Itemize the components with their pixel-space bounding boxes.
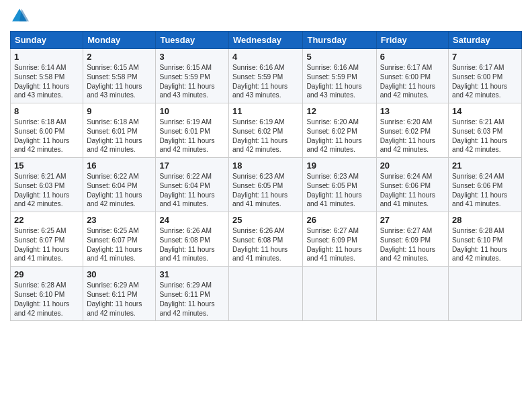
day-number: 6 xyxy=(380,52,445,62)
weekday-wednesday: Wednesday xyxy=(229,32,303,49)
day-info: Sunrise: 6:26 AM Sunset: 6:08 PM Dayligh… xyxy=(159,226,225,263)
weekday-thursday: Thursday xyxy=(303,32,376,49)
calendar-cell: 23Sunrise: 6:25 AM Sunset: 6:07 PM Dayli… xyxy=(83,212,156,267)
day-number: 10 xyxy=(159,106,225,116)
weekday-friday: Friday xyxy=(376,32,448,49)
calendar-cell: 21Sunrise: 6:24 AM Sunset: 6:06 PM Dayli… xyxy=(449,158,522,212)
day-info: Sunrise: 6:24 AM Sunset: 6:06 PM Dayligh… xyxy=(452,172,518,209)
day-info: Sunrise: 6:21 AM Sunset: 6:03 PM Dayligh… xyxy=(14,172,79,209)
day-number: 28 xyxy=(452,215,518,225)
day-number: 21 xyxy=(452,161,518,171)
weekday-monday: Monday xyxy=(83,32,156,49)
day-number: 2 xyxy=(87,52,152,62)
day-number: 1 xyxy=(14,52,79,62)
day-number: 7 xyxy=(452,52,518,62)
day-number: 5 xyxy=(306,52,372,62)
day-info: Sunrise: 6:29 AM Sunset: 6:11 PM Dayligh… xyxy=(87,281,152,318)
calendar-cell: 12Sunrise: 6:20 AM Sunset: 6:02 PM Dayli… xyxy=(303,103,376,158)
day-number: 15 xyxy=(14,161,79,171)
calendar-cell xyxy=(376,267,448,321)
weekday-saturday: Saturday xyxy=(449,32,522,49)
calendar-cell: 15Sunrise: 6:21 AM Sunset: 6:03 PM Dayli… xyxy=(11,158,83,212)
logo-icon xyxy=(10,7,29,26)
calendar-cell: 8Sunrise: 6:18 AM Sunset: 6:00 PM Daylig… xyxy=(11,103,83,158)
day-number: 13 xyxy=(380,106,445,116)
calendar-body: 1Sunrise: 6:14 AM Sunset: 5:58 PM Daylig… xyxy=(11,49,522,321)
calendar-cell xyxy=(303,267,376,321)
day-number: 27 xyxy=(380,215,445,225)
calendar-cell: 26Sunrise: 6:27 AM Sunset: 6:09 PM Dayli… xyxy=(303,212,376,267)
calendar-cell: 22Sunrise: 6:25 AM Sunset: 6:07 PM Dayli… xyxy=(11,212,83,267)
day-info: Sunrise: 6:23 AM Sunset: 6:05 PM Dayligh… xyxy=(232,172,299,209)
calendar-cell: 5Sunrise: 6:16 AM Sunset: 5:59 PM Daylig… xyxy=(303,49,376,103)
calendar-cell: 27Sunrise: 6:27 AM Sunset: 6:09 PM Dayli… xyxy=(376,212,448,267)
calendar-cell: 24Sunrise: 6:26 AM Sunset: 6:08 PM Dayli… xyxy=(156,212,229,267)
calendar-cell: 14Sunrise: 6:21 AM Sunset: 6:03 PM Dayli… xyxy=(449,103,522,158)
weekday-tuesday: Tuesday xyxy=(156,32,229,49)
day-number: 4 xyxy=(232,52,299,62)
calendar-cell: 2Sunrise: 6:15 AM Sunset: 5:58 PM Daylig… xyxy=(83,49,156,103)
calendar-cell: 3Sunrise: 6:15 AM Sunset: 5:59 PM Daylig… xyxy=(156,49,229,103)
header xyxy=(10,7,522,26)
calendar-cell: 29Sunrise: 6:28 AM Sunset: 6:10 PM Dayli… xyxy=(11,267,83,321)
day-number: 17 xyxy=(159,161,225,171)
weekday-row: SundayMondayTuesdayWednesdayThursdayFrid… xyxy=(11,32,522,49)
page: SundayMondayTuesdayWednesdayThursdayFrid… xyxy=(0,0,532,411)
day-info: Sunrise: 6:22 AM Sunset: 6:04 PM Dayligh… xyxy=(87,172,152,209)
calendar-cell: 30Sunrise: 6:29 AM Sunset: 6:11 PM Dayli… xyxy=(83,267,156,321)
day-number: 30 xyxy=(87,269,152,279)
day-info: Sunrise: 6:26 AM Sunset: 6:08 PM Dayligh… xyxy=(232,226,299,263)
calendar-cell: 11Sunrise: 6:19 AM Sunset: 6:02 PM Dayli… xyxy=(229,103,303,158)
day-number: 23 xyxy=(87,215,152,225)
day-number: 20 xyxy=(380,161,445,171)
calendar-cell: 18Sunrise: 6:23 AM Sunset: 6:05 PM Dayli… xyxy=(229,158,303,212)
day-info: Sunrise: 6:16 AM Sunset: 5:59 PM Dayligh… xyxy=(306,63,372,100)
day-info: Sunrise: 6:19 AM Sunset: 6:01 PM Dayligh… xyxy=(159,118,225,154)
calendar-cell: 1Sunrise: 6:14 AM Sunset: 5:58 PM Daylig… xyxy=(11,49,83,103)
day-number: 9 xyxy=(87,106,152,116)
day-info: Sunrise: 6:28 AM Sunset: 6:10 PM Dayligh… xyxy=(14,281,79,318)
day-info: Sunrise: 6:20 AM Sunset: 6:02 PM Dayligh… xyxy=(306,118,372,154)
calendar-cell: 9Sunrise: 6:18 AM Sunset: 6:01 PM Daylig… xyxy=(83,103,156,158)
day-info: Sunrise: 6:17 AM Sunset: 6:00 PM Dayligh… xyxy=(452,63,518,100)
calendar-cell: 10Sunrise: 6:19 AM Sunset: 6:01 PM Dayli… xyxy=(156,103,229,158)
day-info: Sunrise: 6:24 AM Sunset: 6:06 PM Dayligh… xyxy=(380,172,445,209)
day-info: Sunrise: 6:25 AM Sunset: 6:07 PM Dayligh… xyxy=(87,226,152,263)
day-number: 11 xyxy=(232,106,299,116)
calendar-cell: 19Sunrise: 6:23 AM Sunset: 6:05 PM Dayli… xyxy=(303,158,376,212)
day-info: Sunrise: 6:28 AM Sunset: 6:10 PM Dayligh… xyxy=(452,226,518,263)
logo xyxy=(10,7,30,26)
calendar-cell: 6Sunrise: 6:17 AM Sunset: 6:00 PM Daylig… xyxy=(376,49,448,103)
day-number: 29 xyxy=(14,269,79,279)
day-info: Sunrise: 6:17 AM Sunset: 6:00 PM Dayligh… xyxy=(380,63,445,100)
calendar-cell: 28Sunrise: 6:28 AM Sunset: 6:10 PM Dayli… xyxy=(449,212,522,267)
svg-marker-1 xyxy=(19,9,29,21)
day-info: Sunrise: 6:21 AM Sunset: 6:03 PM Dayligh… xyxy=(452,118,518,154)
day-number: 19 xyxy=(306,161,372,171)
day-info: Sunrise: 6:23 AM Sunset: 6:05 PM Dayligh… xyxy=(306,172,372,209)
day-info: Sunrise: 6:27 AM Sunset: 6:09 PM Dayligh… xyxy=(306,226,372,263)
calendar-cell: 4Sunrise: 6:16 AM Sunset: 5:59 PM Daylig… xyxy=(229,49,303,103)
calendar-week-1: 1Sunrise: 6:14 AM Sunset: 5:58 PM Daylig… xyxy=(11,49,522,103)
calendar-header: SundayMondayTuesdayWednesdayThursdayFrid… xyxy=(11,32,522,49)
day-number: 25 xyxy=(232,215,299,225)
calendar-week-2: 8Sunrise: 6:18 AM Sunset: 6:00 PM Daylig… xyxy=(11,103,522,158)
calendar-cell xyxy=(449,267,522,321)
day-info: Sunrise: 6:22 AM Sunset: 6:04 PM Dayligh… xyxy=(159,172,225,209)
calendar-cell: 7Sunrise: 6:17 AM Sunset: 6:00 PM Daylig… xyxy=(449,49,522,103)
day-number: 14 xyxy=(452,106,518,116)
day-info: Sunrise: 6:18 AM Sunset: 6:01 PM Dayligh… xyxy=(87,118,152,154)
day-info: Sunrise: 6:18 AM Sunset: 6:00 PM Dayligh… xyxy=(14,118,79,154)
calendar-cell: 16Sunrise: 6:22 AM Sunset: 6:04 PM Dayli… xyxy=(83,158,156,212)
day-info: Sunrise: 6:15 AM Sunset: 5:59 PM Dayligh… xyxy=(159,63,225,100)
day-info: Sunrise: 6:25 AM Sunset: 6:07 PM Dayligh… xyxy=(14,226,79,263)
day-info: Sunrise: 6:29 AM Sunset: 6:11 PM Dayligh… xyxy=(159,281,225,318)
day-number: 16 xyxy=(87,161,152,171)
calendar-cell: 20Sunrise: 6:24 AM Sunset: 6:06 PM Dayli… xyxy=(376,158,448,212)
calendar-week-4: 22Sunrise: 6:25 AM Sunset: 6:07 PM Dayli… xyxy=(11,212,522,267)
day-info: Sunrise: 6:14 AM Sunset: 5:58 PM Dayligh… xyxy=(14,63,79,100)
calendar-cell: 17Sunrise: 6:22 AM Sunset: 6:04 PM Dayli… xyxy=(156,158,229,212)
day-info: Sunrise: 6:19 AM Sunset: 6:02 PM Dayligh… xyxy=(232,118,299,154)
day-info: Sunrise: 6:16 AM Sunset: 5:59 PM Dayligh… xyxy=(232,63,299,100)
day-info: Sunrise: 6:27 AM Sunset: 6:09 PM Dayligh… xyxy=(380,226,445,263)
